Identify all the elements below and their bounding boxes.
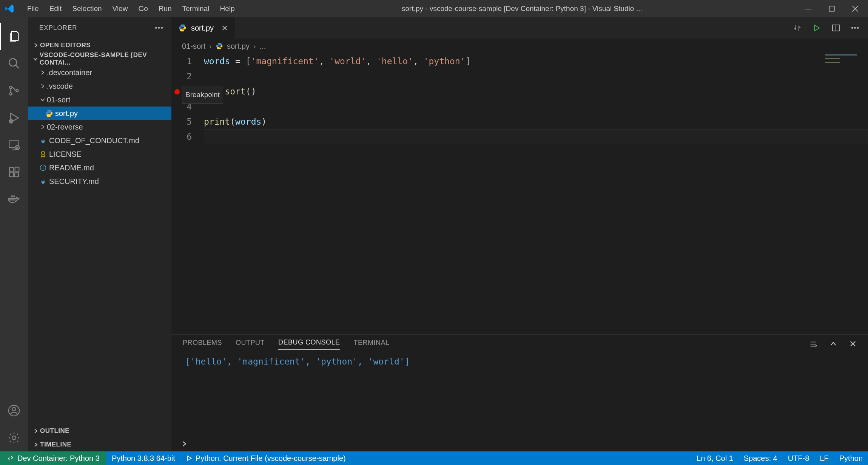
svg-rect-0 bbox=[805, 9, 811, 9]
titlebar: File Edit Selection View Go Run Terminal… bbox=[0, 0, 868, 17]
menu-selection[interactable]: Selection bbox=[67, 5, 107, 13]
split-editor-icon[interactable] bbox=[831, 23, 840, 32]
markdown-file-icon bbox=[39, 137, 48, 144]
svg-rect-13 bbox=[14, 173, 19, 177]
activity-search-icon[interactable] bbox=[0, 50, 28, 77]
editor-group: sort.py ••• 01-sort › sort.py › ... bbox=[171, 17, 868, 451]
open-editors-header[interactable]: OPEN EDITORS bbox=[28, 39, 171, 52]
tree-folder-01-sort[interactable]: 01-sort bbox=[28, 93, 171, 107]
activity-debug-icon[interactable] bbox=[0, 104, 28, 131]
tree-file-sort-py[interactable]: sort.py bbox=[28, 107, 171, 120]
svg-point-5 bbox=[16, 90, 18, 92]
explorer-sidebar: EXPLORER ••• OPEN EDITORS VSCODE-COURSE-… bbox=[28, 17, 171, 451]
markdown-file-icon bbox=[39, 178, 48, 185]
timeline-label: TIMELINE bbox=[40, 441, 71, 448]
panel-tab-debug-console[interactable]: DEBUG CONSOLE bbox=[278, 338, 340, 350]
breadcrumb-file[interactable]: sort.py bbox=[227, 42, 250, 51]
window-maximize-icon[interactable] bbox=[827, 5, 836, 12]
line-number[interactable]: 2 bbox=[171, 69, 192, 84]
tree-file-security[interactable]: SECURITY.md bbox=[28, 175, 171, 188]
activity-scm-icon[interactable] bbox=[0, 77, 28, 104]
tab-sort-py[interactable]: sort.py bbox=[171, 17, 235, 39]
line-number[interactable]: 1 bbox=[171, 54, 192, 69]
compare-changes-icon[interactable] bbox=[793, 23, 802, 32]
window-close-icon[interactable] bbox=[851, 5, 860, 12]
line-number[interactable]: 6 bbox=[171, 129, 192, 144]
activity-explorer-icon[interactable] bbox=[0, 23, 28, 50]
tree-item-label: sort.py bbox=[55, 109, 78, 118]
code-line[interactable]: rds.sort() bbox=[204, 84, 868, 99]
breadcrumb-folder[interactable]: 01-sort bbox=[182, 42, 205, 51]
svg-rect-14 bbox=[15, 167, 19, 171]
status-launch-label: Python: Current File (vscode-course-samp… bbox=[196, 454, 346, 463]
debug-console-prompt-icon[interactable] bbox=[180, 440, 188, 448]
menu-terminal[interactable]: Terminal bbox=[177, 5, 215, 13]
tab-close-icon[interactable] bbox=[221, 25, 228, 31]
menu-file[interactable]: File bbox=[22, 5, 44, 13]
tree-item-label: SECURITY.md bbox=[49, 177, 99, 186]
panel-tab-problems[interactable]: PROBLEMS bbox=[183, 339, 222, 350]
clear-console-icon[interactable] bbox=[809, 340, 817, 348]
line-number[interactable]: 5 bbox=[171, 114, 192, 129]
status-bar: Dev Container: Python 3 Python 3.8.3 64-… bbox=[0, 451, 868, 465]
status-cursor-position[interactable]: Ln 6, Col 1 bbox=[691, 451, 738, 465]
tree-folder-02-reverse[interactable]: 02-reverse bbox=[28, 120, 171, 134]
code-line[interactable] bbox=[204, 69, 868, 84]
chevron-right-icon bbox=[32, 42, 40, 48]
code-editor[interactable]: 12Breakpoint456 words = ['magnificent', … bbox=[171, 54, 868, 334]
tree-file-readme[interactable]: README.md bbox=[28, 161, 171, 175]
activity-accounts-icon[interactable] bbox=[0, 397, 28, 424]
panel-tab-output[interactable]: OUTPUT bbox=[236, 339, 265, 350]
tree-item-label: LICENSE bbox=[49, 150, 82, 159]
svg-rect-11 bbox=[9, 168, 14, 172]
code-line[interactable]: words = ['magnificent', 'world', 'hello'… bbox=[204, 54, 868, 69]
panel-close-icon[interactable] bbox=[849, 340, 857, 348]
menu-go[interactable]: Go bbox=[133, 5, 153, 13]
svg-point-21 bbox=[12, 407, 15, 411]
menu-run[interactable]: Run bbox=[153, 5, 177, 13]
panel-tab-terminal[interactable]: TERMINAL bbox=[354, 339, 390, 350]
timeline-header[interactable]: TIMELINE bbox=[28, 438, 171, 451]
outline-header[interactable]: OUTLINE bbox=[28, 424, 171, 438]
tree-folder-devcontainer[interactable]: .devcontainer bbox=[28, 66, 171, 79]
breakpoint-icon[interactable] bbox=[174, 89, 180, 94]
status-indentation[interactable]: Spaces: 4 bbox=[738, 451, 783, 465]
activity-remote-explorer-icon[interactable] bbox=[0, 131, 28, 159]
tab-label: sort.py bbox=[191, 24, 214, 32]
chevron-right-icon: › bbox=[209, 42, 212, 51]
status-language[interactable]: Python bbox=[834, 451, 868, 465]
breadcrumbs[interactable]: 01-sort › sort.py › ... bbox=[171, 39, 868, 54]
sidebar-more-icon[interactable]: ••• bbox=[155, 24, 164, 32]
code-line[interactable] bbox=[204, 99, 868, 114]
tree-item-label: 02-reverse bbox=[47, 123, 83, 131]
activity-settings-icon[interactable] bbox=[0, 424, 28, 451]
menu-edit[interactable]: Edit bbox=[44, 5, 67, 13]
line-number[interactable]: Breakpoint bbox=[171, 84, 192, 99]
more-actions-icon[interactable]: ••• bbox=[851, 25, 860, 31]
activity-docker-icon[interactable] bbox=[0, 186, 28, 213]
status-remote[interactable]: Dev Container: Python 3 bbox=[0, 451, 106, 465]
chevron-down-icon bbox=[32, 56, 40, 62]
tree-file-license[interactable]: LICENSE bbox=[28, 147, 171, 161]
code-line[interactable]: print(words) bbox=[204, 114, 868, 129]
status-interpreter[interactable]: Python 3.8.3 64-bit bbox=[106, 451, 180, 465]
outline-label: OUTLINE bbox=[40, 427, 69, 435]
status-encoding[interactable]: UTF-8 bbox=[783, 451, 815, 465]
breadcrumb-symbol[interactable]: ... bbox=[260, 42, 266, 51]
status-launch-config[interactable]: Python: Current File (vscode-course-samp… bbox=[180, 451, 351, 465]
activity-extensions-icon[interactable] bbox=[0, 159, 28, 186]
svg-point-2 bbox=[9, 59, 17, 66]
minimap[interactable] bbox=[823, 54, 868, 334]
panel-maximize-icon[interactable] bbox=[829, 340, 837, 348]
tree-folder-vscode[interactable]: .vscode bbox=[28, 79, 171, 93]
status-remote-label: Dev Container: Python 3 bbox=[17, 454, 100, 463]
window-minimize-icon[interactable] bbox=[804, 5, 813, 12]
code-line[interactable] bbox=[204, 129, 868, 144]
workspace-folder-label: VSCODE-COURSE-SAMPLE [DEV CONTAI... bbox=[40, 51, 171, 66]
workspace-folder-header[interactable]: VSCODE-COURSE-SAMPLE [DEV CONTAI... bbox=[28, 52, 171, 66]
menu-view[interactable]: View bbox=[107, 5, 133, 13]
status-eol[interactable]: LF bbox=[814, 451, 834, 465]
run-file-icon[interactable] bbox=[812, 24, 821, 32]
menu-help[interactable]: Help bbox=[214, 5, 240, 13]
tree-file-code-of-conduct[interactable]: CODE_OF_CONDUCT.md bbox=[28, 134, 171, 147]
